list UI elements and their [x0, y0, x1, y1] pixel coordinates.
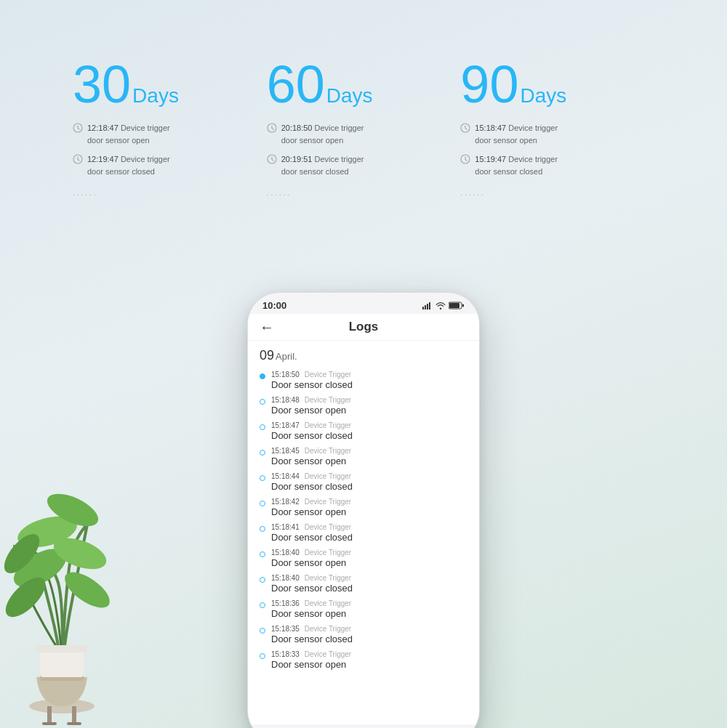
svg-rect-14 [36, 645, 87, 652]
log-dot [260, 628, 265, 634]
status-icons [422, 302, 465, 310]
log-trigger: Device Trigger [305, 498, 351, 506]
svg-rect-22 [425, 305, 426, 310]
log-time: 15:18:40 [271, 574, 300, 582]
stat-dots-60: ...... [267, 189, 461, 197]
svg-rect-10 [72, 706, 76, 724]
log-desc: Door sensor open [271, 506, 351, 517]
clock-icon-2 [73, 154, 83, 164]
log-meta: 15:18:35 Device Trigger [271, 625, 353, 633]
date-day: 09 [260, 348, 274, 363]
log-content: 15:18:40 Device Trigger Door sensor open [271, 549, 351, 568]
log-desc: Door sensor open [271, 456, 351, 466]
log-dot [260, 577, 265, 583]
log-desc: Door sensor closed [271, 379, 353, 390]
log-trigger: Device Trigger [305, 599, 351, 607]
log-meta: 15:18:41 Device Trigger [271, 523, 353, 531]
wifi-icon [435, 302, 446, 310]
log-item-11: 15:18:33 Device Trigger Door sensor open [260, 647, 467, 673]
log-content: 15:18:47 Device Trigger Door sensor clos… [271, 421, 353, 441]
svg-rect-24 [429, 302, 430, 310]
stat-number-30: 30Days [73, 58, 267, 110]
log-time: 15:18:48 [271, 396, 300, 404]
log-content: 15:18:41 Device Trigger Door sensor clos… [271, 523, 353, 543]
log-item-2: 15:18:47 Device Trigger Door sensor clos… [260, 418, 467, 444]
log-dot [260, 424, 265, 430]
log-content: 15:18:45 Device Trigger Door sensor open [271, 447, 351, 466]
log-dot [260, 475, 265, 481]
log-item-3: 15:18:45 Device Trigger Door sensor open [260, 444, 467, 469]
log-content: 15:18:42 Device Trigger Door sensor open [271, 498, 351, 517]
log-trigger: Device Trigger [305, 625, 351, 633]
date-month: April. [276, 351, 297, 362]
log-desc: Door sensor closed [271, 583, 353, 594]
log-dot [260, 526, 265, 532]
log-desc: Door sensor open [271, 608, 351, 619]
battery-icon [449, 302, 465, 310]
log-dot [260, 399, 265, 405]
log-trigger: Device Trigger [305, 472, 351, 480]
log-trigger: Device Trigger [305, 396, 351, 404]
log-time: 15:18:45 [271, 447, 300, 455]
log-trigger: Device Trigger [305, 549, 351, 557]
log-desc: Door sensor open [271, 659, 351, 670]
svg-rect-9 [47, 706, 52, 724]
log-trigger: Device Trigger [305, 574, 351, 582]
log-content: 15:18:40 Device Trigger Door sensor clos… [271, 574, 353, 594]
svg-rect-27 [462, 304, 464, 307]
log-desc: Door sensor closed [271, 634, 353, 644]
log-dot [260, 551, 265, 557]
log-meta: 15:18:40 Device Trigger [271, 549, 351, 557]
log-item-0: 15:18:50 Device Trigger Door sensor clos… [260, 368, 467, 393]
log-content: 15:18:44 Device Trigger Door sensor clos… [271, 472, 353, 492]
log-desc: Door sensor open [271, 557, 351, 568]
log-desc: Door sensor closed [271, 430, 353, 441]
log-meta: 15:18:48 Device Trigger [271, 396, 351, 404]
stat-dots-30: ...... [73, 189, 267, 197]
log-trigger: Device Trigger [305, 421, 351, 429]
svg-rect-23 [427, 304, 428, 310]
log-trigger: Device Trigger [305, 447, 351, 455]
stat-block-90: 90Days 15:18:47 Device trigger door sens… [460, 58, 654, 197]
log-meta: 15:18:36 Device Trigger [271, 599, 351, 607]
phone-mockup: 10:00 [247, 292, 480, 728]
log-time: 15:18:40 [271, 549, 300, 557]
back-button[interactable]: ← [260, 319, 274, 336]
date-header: 09April. [248, 341, 479, 368]
log-time: 15:18:44 [271, 472, 300, 480]
log-trigger: Device Trigger [305, 523, 351, 531]
svg-rect-11 [42, 722, 57, 725]
stat-number-60: 60Days [267, 58, 461, 110]
log-dot [260, 501, 265, 506]
log-meta: 15:18:44 Device Trigger [271, 472, 353, 480]
log-item-10: 15:18:35 Device Trigger Door sensor clos… [260, 622, 467, 647]
log-content: 15:18:35 Device Trigger Door sensor clos… [271, 625, 353, 644]
log-dot [260, 602, 265, 608]
clock-icon-6 [460, 154, 470, 164]
log-time: 15:18:36 [271, 599, 300, 607]
log-meta: 15:18:40 Device Trigger [271, 574, 353, 582]
log-dot [260, 373, 265, 379]
log-list: 15:18:50 Device Trigger Door sensor clos… [248, 368, 479, 673]
status-time: 10:00 [262, 300, 286, 311]
clock-icon [73, 123, 83, 133]
phone-notch [316, 293, 411, 313]
log-content: 15:18:33 Device Trigger Door sensor open [271, 650, 351, 670]
log-meta: 15:18:33 Device Trigger [271, 650, 351, 658]
stat-number-90: 90Days [460, 58, 654, 110]
stat-log-entry-2: 20:18:50 Device trigger door sensor open [267, 122, 461, 146]
log-time: 15:18:41 [271, 523, 300, 531]
log-meta: 15:18:45 Device Trigger [271, 447, 351, 455]
log-time: 15:18:33 [271, 650, 300, 658]
svg-rect-12 [67, 722, 81, 725]
clock-icon-3 [267, 123, 277, 133]
stat-block-30: 30Days 12:18:47 Device trigger door sens… [73, 58, 267, 197]
log-item-9: 15:18:36 Device Trigger Door sensor open [260, 596, 467, 622]
stat-log-entry-1: 12:19:47 Device trigger door sensor clos… [73, 153, 267, 177]
stats-section: 30Days 12:18:47 Device trigger door sens… [73, 58, 654, 197]
log-time: 15:18:47 [271, 421, 300, 429]
log-item-1: 15:18:48 Device Trigger Door sensor open [260, 393, 467, 418]
app-title: Logs [349, 320, 379, 334]
log-item-5: 15:18:42 Device Trigger Door sensor open [260, 495, 467, 520]
stat-dots-90: ...... [460, 189, 654, 197]
